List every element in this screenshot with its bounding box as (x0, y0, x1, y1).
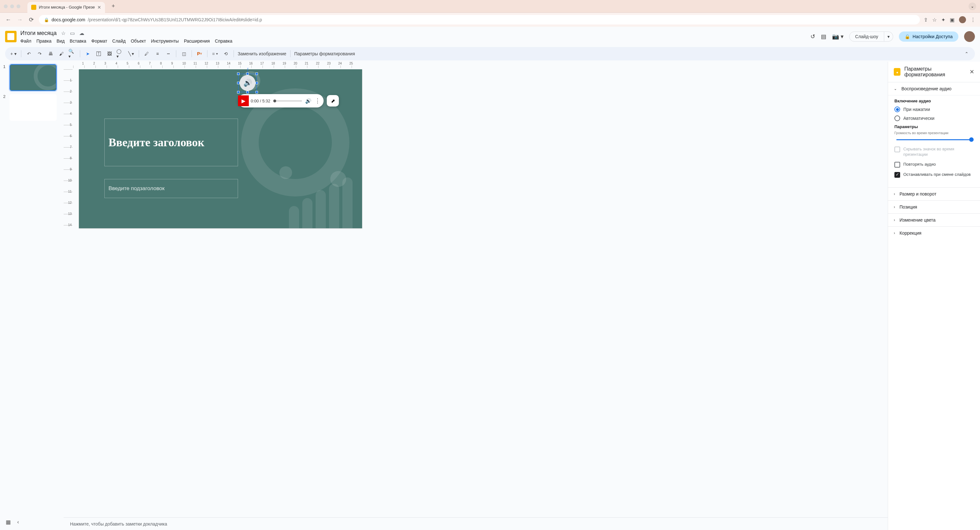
slideshow-dropdown[interactable]: ▾ (884, 32, 893, 42)
menu-item[interactable]: Объект (131, 38, 146, 44)
image-tool[interactable]: 🖼 (106, 50, 113, 57)
url-field[interactable]: 🔒 docs.google.com/presentation/d/1-qp78z… (39, 15, 920, 24)
redo-button[interactable]: ↷ (36, 50, 44, 57)
volume-label: Громкость во время презентации (894, 131, 974, 135)
menu-item[interactable]: Формат (91, 38, 107, 44)
section-recolor[interactable]: › Изменение цвета (888, 213, 980, 226)
new-tab-button[interactable]: + (109, 2, 118, 11)
border-weight[interactable]: ≡ (154, 50, 161, 57)
undo-button[interactable]: ↶ (25, 50, 33, 57)
border-color[interactable]: 🖊 (143, 50, 151, 57)
menu-item[interactable]: Правка (36, 38, 51, 44)
profile-avatar[interactable] (959, 16, 966, 23)
history-icon[interactable]: ↺ (810, 33, 815, 40)
subtitle-placeholder[interactable]: Введите подзаголовок (104, 179, 238, 198)
play-button[interactable]: ▶ (239, 97, 248, 105)
seek-slider[interactable] (273, 100, 302, 102)
slide-canvas[interactable]: Введите заголовок Введите подзаголовок (79, 69, 362, 228)
select-tool[interactable]: ➤ (84, 50, 92, 57)
tabs-dropdown-icon[interactable]: ⌄ (969, 3, 976, 10)
thumbnail-row[interactable]: 2 (3, 94, 60, 121)
resize-handle[interactable] (256, 82, 258, 84)
explore-icon[interactable]: ▦ (6, 519, 11, 525)
replace-image-button[interactable]: Заменить изображение (238, 51, 286, 56)
paint-format-button[interactable]: 🖌 (57, 50, 65, 57)
checkbox-stop-on-slide-change[interactable]: ✓ Останавливать при смене слайдов (894, 172, 974, 178)
resize-handle[interactable] (256, 91, 258, 94)
prev-slide-icon[interactable]: ‹ (17, 519, 19, 525)
menu-item[interactable]: Вставка (70, 38, 86, 44)
volume-slider[interactable] (896, 139, 972, 140)
reset-image[interactable]: ⟲ (222, 50, 230, 57)
menu-item[interactable]: Справка (215, 38, 232, 44)
menu-item[interactable]: Расширения (184, 38, 210, 44)
open-external-icon[interactable]: ⬈ (327, 95, 339, 106)
section-size-rotate[interactable]: › Размер и поворот (888, 187, 980, 200)
zoom-button[interactable]: 🔍 ▾ (68, 50, 76, 57)
rotate-handle[interactable] (248, 68, 248, 73)
crop-tool[interactable]: ⌗ ▾ (211, 50, 219, 57)
radio-automatic[interactable]: Автоматически (894, 116, 974, 121)
format-options-button[interactable]: Параметры форматирования (294, 51, 355, 56)
close-tab-icon[interactable]: ✕ (97, 5, 101, 10)
speaker-notes[interactable]: Нажмите, чтобы добавить заметки докладчи… (64, 517, 888, 530)
thumbnail-row[interactable]: 1 (3, 64, 60, 91)
meet-icon[interactable]: 📷 ▾ (832, 33, 843, 40)
textbox-tool[interactable]: 🅃 (95, 50, 102, 57)
account-avatar[interactable] (964, 31, 975, 42)
reload-button[interactable]: ⟳ (27, 16, 35, 23)
border-dash[interactable]: ┅ (164, 50, 172, 57)
traffic-light[interactable] (10, 5, 14, 8)
checkbox-loop-audio[interactable]: Повторять аудио (894, 162, 974, 168)
menu-item[interactable]: Файл (21, 38, 31, 44)
section-audio-playback[interactable]: ⌄ Воспроизведение аудио (888, 82, 980, 95)
extensions-icon[interactable]: ✦ (941, 17, 945, 23)
comments-icon[interactable]: ▤ (821, 33, 826, 40)
tab-title: Итоги месяца - Google Презе (39, 5, 95, 10)
radio-on-click[interactable]: При нажатии (894, 106, 974, 112)
resize-handle[interactable] (246, 91, 249, 94)
thumbnail[interactable] (10, 94, 57, 121)
collapse-toolbar-icon[interactable]: ⌃ (963, 50, 970, 57)
slides-logo-icon[interactable] (5, 31, 16, 42)
resize-handle[interactable] (237, 82, 240, 84)
browser-tab[interactable]: Итоги месяца - Google Презе ✕ (27, 2, 105, 13)
traffic-light[interactable] (16, 5, 21, 8)
mask-image[interactable]: ◫ (180, 50, 188, 57)
thumbnail[interactable] (10, 64, 57, 91)
cloud-icon[interactable]: ☁ (79, 30, 84, 36)
share-button[interactable]: 🔒 Настройки Доступа (899, 32, 958, 42)
section-adjustments[interactable]: › Коррекция (888, 226, 980, 240)
line-tool[interactable]: ╲ ▾ (127, 50, 135, 57)
menu-item[interactable]: Инструменты (151, 38, 179, 44)
py-tool[interactable]: PY (196, 50, 203, 57)
more-options-icon[interactable]: ⋮ (315, 97, 320, 104)
bookmark-icon[interactable]: ☆ (932, 17, 937, 23)
close-panel-icon[interactable]: ✕ (969, 68, 974, 75)
shape-tool[interactable]: ◯ ▾ (116, 50, 124, 57)
resize-handle[interactable] (256, 73, 258, 75)
section-position[interactable]: › Позиция (888, 200, 980, 213)
panel-icon[interactable]: ▣ (950, 17, 955, 23)
menu-item[interactable]: Вид (57, 38, 65, 44)
vertical-ruler: 1234567891011121314 (64, 68, 73, 517)
audio-object[interactable]: 🔊 (240, 75, 256, 91)
move-icon[interactable]: ▭ (70, 30, 75, 36)
star-icon[interactable]: ☆ (61, 30, 65, 36)
slideshow-button[interactable]: Слайд-шоу (849, 32, 885, 42)
document-title[interactable]: Итоги месяца (21, 30, 57, 36)
print-button[interactable]: 🖶 (47, 50, 54, 57)
resize-handle[interactable] (237, 73, 240, 75)
resize-handle[interactable] (237, 91, 240, 94)
new-slide-button[interactable]: + ▾ (10, 50, 17, 57)
menu-item[interactable]: Слайд (112, 38, 126, 44)
resize-handle[interactable] (246, 73, 249, 75)
share-icon[interactable]: ⇪ (924, 17, 928, 23)
browser-menu-icon[interactable]: ⋮ (970, 17, 975, 23)
traffic-light[interactable] (4, 5, 8, 8)
volume-icon[interactable]: 🔊 (305, 98, 312, 104)
canvas-viewport[interactable]: Введите заголовок Введите подзаголовок (73, 68, 888, 517)
title-placeholder[interactable]: Введите заголовок (104, 119, 238, 166)
forward-button[interactable]: → (16, 16, 24, 23)
back-button[interactable]: ← (5, 16, 12, 23)
